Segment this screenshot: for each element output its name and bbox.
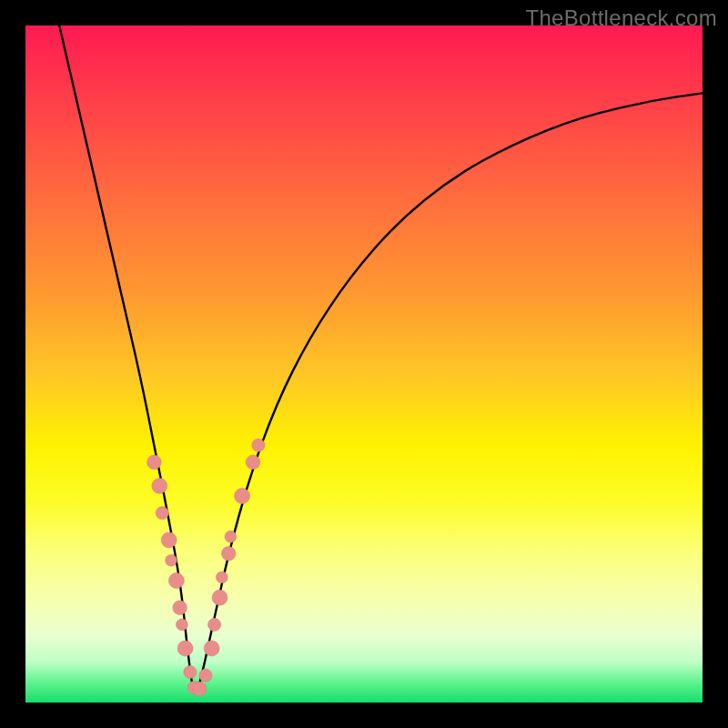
data-marker	[177, 619, 188, 631]
plot-area	[25, 25, 703, 703]
data-marker	[156, 507, 168, 520]
bottleneck-curve	[59, 25, 703, 692]
data-marker	[252, 439, 265, 451]
data-marker	[235, 489, 250, 504]
data-marker	[212, 590, 228, 605]
data-marker	[161, 532, 177, 548]
data-marker	[152, 478, 167, 493]
data-marker	[192, 682, 207, 696]
data-marker	[166, 554, 177, 566]
watermark-text: TheBottleneck.com	[525, 5, 717, 31]
data-marker	[208, 618, 221, 631]
data-marker	[173, 601, 187, 615]
data-marker	[216, 571, 228, 583]
data-marker	[204, 641, 219, 656]
data-marker	[168, 573, 184, 589]
data-marker	[225, 531, 237, 542]
data-marker	[221, 547, 236, 561]
data-marker	[147, 455, 162, 470]
data-marker	[199, 669, 212, 682]
chart-frame: TheBottleneck.com	[0, 0, 728, 728]
curve-svg	[25, 25, 703, 703]
data-marker	[184, 665, 197, 678]
data-marker	[246, 455, 260, 470]
data-marker	[177, 641, 193, 656]
